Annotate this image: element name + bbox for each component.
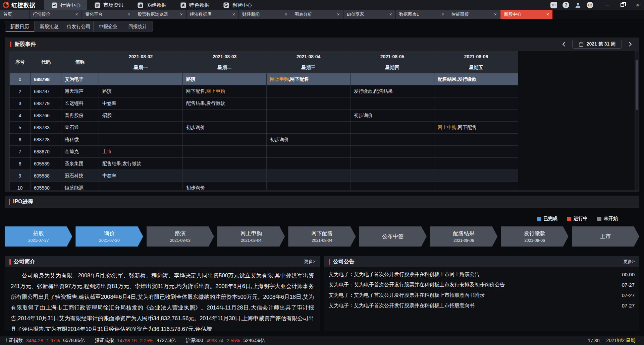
table-row[interactable]: 10605580恒盛能源初步询价 (10, 182, 518, 191)
logo-icon (3, 2, 9, 8)
user-icon[interactable] (575, 2, 581, 8)
table-row[interactable]: 8605589圣泉集团配售结果,发行缴款 (10, 158, 518, 170)
window-controls: × (605, 2, 639, 8)
cell-event: 初步询价 (183, 122, 267, 134)
week-picker[interactable]: 2021 第 31 周 (572, 40, 622, 49)
tab-close-icon[interactable]: × (335, 12, 340, 17)
statusbar-right: 17:30 2021/8/2 星期一 (588, 338, 640, 344)
col-header-name: 简称 (61, 51, 99, 73)
menu-item-创智中心[interactable]: 创智中心 (216, 0, 259, 10)
tab-strip: 首页行情报价×量化平台×股票数据浏览器×经济数据库×财经新闻×图表分析×BI创享… (0, 10, 644, 19)
more-apps-icon[interactable] (550, 2, 557, 8)
tab-close-icon[interactable]: × (440, 12, 444, 17)
announcement-title: 艾为电子：艾为电子首次公开发行股票并在科创板上市招股意向书附录 (329, 292, 616, 298)
event-text: 配售结果,发行缴款 (438, 76, 477, 82)
table-row[interactable]: 9605588冠石科技中签率 (10, 170, 518, 182)
tab-图表分析[interactable]: 图表分析× (291, 10, 343, 19)
minimize-button[interactable] (605, 5, 609, 5)
close-button[interactable]: × (636, 2, 639, 8)
tab-财经新闻[interactable]: 财经新闻× (239, 10, 291, 19)
index-value: 4933.74 (206, 338, 223, 343)
tab-首页[interactable]: 首页 (0, 10, 30, 19)
index-上证指数: 上证指数3464.281.97%6578.86亿 (4, 338, 85, 344)
tab-BI创享家[interactable]: BI创享家× (343, 10, 396, 19)
profile-title-text: 公司简介 (14, 258, 35, 265)
tab-close-icon[interactable]: × (73, 12, 78, 17)
l2-level-icon[interactable]: L2 (587, 2, 593, 8)
subtab-bar: 新股日历新股汇总待发行公司申报企业回报统计 (5, 21, 153, 32)
ipo-step-上市: 上市 (572, 226, 639, 247)
tab-行情报价[interactable]: 行情报价× (30, 10, 82, 19)
help-icon[interactable]: ? (562, 2, 569, 8)
announcement-row[interactable]: 艾为电子：艾为电子首次公开发行股票并在科创板上市发行安排及初步询价公告07-27 (329, 280, 635, 290)
menu-item-特色数据[interactable]: 特色数据 (173, 0, 216, 10)
cell-event (183, 158, 267, 170)
col-header-date: 2021-08-05 (351, 51, 434, 62)
subtab-回报统计[interactable]: 回报统计 (123, 21, 153, 32)
tab-close-icon[interactable]: × (126, 12, 130, 17)
announcement-title: 艾为电子：艾为电子首次公开发行股票并在科创板上市网上路演公告 (329, 271, 616, 278)
menu-item-行情中心[interactable]: 行情中心 (44, 0, 87, 10)
announcement-row[interactable]: 艾为电子：艾为电子首次公开发行股票并在科创板上市网上路演公告00:00 (329, 269, 635, 280)
tab-label: 新股中心 (504, 11, 544, 17)
cell-event (99, 122, 183, 134)
prev-week-button[interactable] (560, 41, 568, 48)
tab-close-icon[interactable]: × (230, 12, 235, 17)
table-row[interactable]: 4688766普冉股份招股初步询价 (10, 110, 518, 122)
step-label: 公布中签 (382, 233, 404, 240)
index-change-pct: 2.55% (227, 338, 240, 343)
tab-close-icon[interactable]: × (492, 12, 497, 17)
profile-more-link[interactable]: 更多> (304, 259, 315, 265)
next-week-button[interactable] (627, 41, 634, 48)
tab-close-icon[interactable]: × (283, 12, 287, 17)
subtab-待发行公司[interactable]: 待发行公司 (64, 21, 94, 32)
subtab-新股日历[interactable]: 新股日历 (5, 21, 35, 32)
col-header-seq: 序号 (10, 51, 31, 73)
cell-event: 网上申购,网下配售 (267, 73, 351, 85)
table-row[interactable]: 3688779长远锂科中签率配售结果,发行缴款 (10, 97, 518, 110)
market-chart-icon (51, 2, 58, 8)
restore-button[interactable] (621, 3, 624, 7)
tab-label: 量化平台 (85, 11, 126, 17)
event-text: ,网下配售 (457, 125, 477, 130)
announcement-row[interactable]: 艾为电子：艾为电子首次公开发行股票并在科创板上市招股意向书07-27 (329, 300, 635, 311)
tab-close-icon[interactable]: × (387, 12, 392, 17)
announcement-row[interactable]: 艾为电子：艾为电子首次公开发行股票并在科创板上市招股意向书附录07-27 (329, 290, 635, 300)
cell-event (351, 146, 434, 158)
tab-新股中心[interactable]: 新股中心× (500, 10, 553, 19)
menu-item-市场资讯[interactable]: 市场资讯 (87, 0, 130, 10)
tab-close-icon[interactable]: × (544, 12, 549, 17)
index-深证成指: 深证成指14798.162.25%4727.3亿 (95, 338, 176, 344)
tab-label: BI创享家 (347, 11, 387, 17)
app-window: 红橙数据 行情中心市场资讯多维数据特色数据创智中心 ? L2 × 首页行情报价×… (0, 0, 644, 345)
menu-item-多维数据[interactable]: 多维数据 (130, 0, 173, 10)
subtab-申报企业[interactable]: 申报企业 (94, 21, 123, 32)
cell-code: 688766 (31, 110, 61, 122)
tab-智能研报[interactable]: 智能研报× (448, 10, 500, 19)
events-table-body: 1688798艾为电子路演网上申购,网下配售配售结果,发行缴款2688787海天… (10, 73, 518, 191)
tab-close-icon[interactable]: × (178, 12, 183, 17)
ipo-step-网上申购: 网上申购2021-08-04 (217, 226, 285, 247)
tab-数据图表1[interactable]: 数据图表1× (396, 10, 448, 19)
subtab-新股汇总[interactable]: 新股汇总 (35, 21, 64, 32)
legend-未开始: 未开始 (597, 216, 618, 222)
table-row[interactable]: 7688670金迪克上市 (10, 146, 518, 158)
scrollbar-thumb[interactable] (636, 60, 638, 110)
cell-event: 中签率 (99, 170, 183, 182)
table-row[interactable]: 1688798艾为电子路演网上申购,网下配售配售结果,发行缴款 (10, 73, 518, 85)
table-row[interactable]: 2688787海天瑞声路演网下配售,网上申购发行缴款,配售结果 (10, 85, 518, 97)
cell-code: 688670 (31, 146, 61, 158)
cell-event (99, 182, 183, 191)
tab-量化平台[interactable]: 量化平台× (82, 10, 134, 19)
table-row[interactable]: 5688733壹石通初步询价网上申购,网下配售 (10, 122, 518, 134)
tab-股票数据浏览器[interactable]: 股票数据浏览器× (134, 10, 186, 19)
table-row[interactable]: 6688728格科微初步询价 (10, 134, 518, 146)
app-logo: 红橙数据 (3, 1, 36, 9)
announcements-more-link[interactable]: 更多> (623, 259, 635, 265)
cell-event (351, 170, 434, 182)
tab-经济数据库[interactable]: 经济数据库× (186, 10, 239, 19)
events-table-head: 序号代码简称2021-08-022021-08-032021-08-042021… (10, 51, 518, 73)
cell-event (351, 122, 434, 134)
col-header-code: 代码 (31, 51, 61, 73)
step-date: 2021-08-06 (453, 238, 474, 243)
